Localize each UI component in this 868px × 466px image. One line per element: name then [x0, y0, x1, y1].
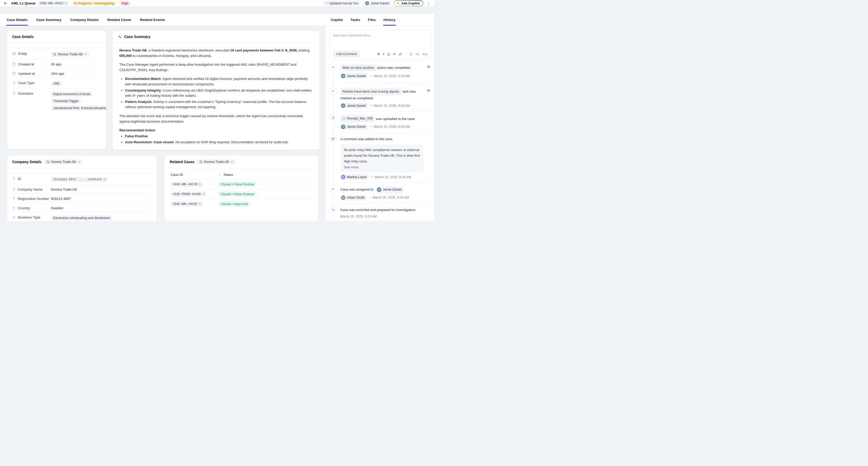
kebab-menu-icon[interactable] [426, 2, 431, 5]
numbered-list-icon[interactable]: 12 [416, 53, 419, 56]
field-scenarios: Scenarios Rapid movement of funds Thresh… [12, 88, 101, 113]
history-item-action-completed: Mark as false positiveaction was complet… [330, 64, 431, 87]
status-badge: In Progress • Investigating [71, 1, 117, 6]
app-header: AML L1 Queue CASE-AML-44321 In Progress … [0, 0, 434, 7]
building-icon [199, 160, 203, 164]
toolbar-divider [405, 52, 406, 56]
tab-history[interactable]: History [383, 14, 396, 26]
list-icon [12, 215, 16, 219]
ask-copilot-button[interactable]: Ask Copilot [394, 0, 423, 6]
table-row[interactable]: CASE-AML-44195 Closed • Approved [171, 199, 312, 209]
entity-pill[interactable]: Novera Trade AB [44, 159, 83, 165]
copy-icon[interactable] [103, 178, 106, 181]
tab-case-details[interactable]: Case Details [6, 14, 28, 26]
finding-item: Pattern Analysis: Activity is consistent… [125, 99, 313, 110]
timestamp: March 15, 2025, 9:25 AM [340, 215, 377, 218]
person-icon [330, 186, 337, 193]
case-id-badge[interactable]: CASE-AML-44321 [38, 1, 69, 5]
field-business-type: Business Type Electronics wholesaling an… [12, 212, 151, 221]
sparkles-icon [330, 206, 337, 213]
case-id-pill[interactable]: CASE-AML-44178 [171, 182, 203, 187]
text-icon [12, 177, 16, 180]
entity-pill[interactable]: Novera Trade AB [51, 52, 89, 57]
table-header-row: Case ID Status [171, 170, 312, 179]
link-icon[interactable] [399, 53, 402, 56]
underline-icon[interactable]: U [388, 52, 390, 56]
svg-text:2: 2 [416, 54, 417, 55]
comment-input[interactable] [333, 33, 428, 44]
case-id-pill[interactable]: CASE-AML-44195 [171, 201, 203, 207]
col-status: Status [223, 173, 233, 177]
field-created-at: Created at 2h ago [12, 59, 101, 68]
header-gap-band [0, 7, 434, 14]
tab-tasks[interactable]: Tasks [350, 14, 361, 26]
bullet-list-icon[interactable] [409, 53, 412, 56]
tab-copilot[interactable]: Copilot [330, 14, 343, 26]
task-pill[interactable]: Review fraud alerts and scoring signals [340, 88, 401, 95]
tab-related-events[interactable]: Related Events [140, 14, 165, 26]
sparkle-icon [397, 2, 400, 5]
text-icon [12, 197, 16, 200]
company-details-card: Company Details Novera Trade AB ID [7, 155, 157, 221]
copy-icon[interactable] [65, 2, 67, 5]
status-pill: Closed • Approved [218, 201, 250, 207]
history-timeline: Mark as false positiveaction was complet… [330, 64, 431, 221]
tab-related-cases[interactable]: Related Cases [107, 14, 131, 26]
finding-item: Counterparty Integrity: Cross-referencin… [125, 88, 313, 98]
table-row[interactable]: CASE-AML-44178 Closed • False Positive [171, 179, 312, 189]
copy-icon[interactable] [199, 183, 201, 185]
company-name-value: Novera Trade AB [51, 187, 151, 192]
case-summary-body: Novera Trade AB, a Swedish-registered el… [113, 43, 319, 150]
text-icon [12, 206, 16, 210]
chevron-down-icon[interactable] [384, 82, 387, 85]
recommendation-item: Auto-Resolution: Case closed. No escalat… [125, 140, 313, 145]
related-cases-header: Related Cases Novera Trade AB [164, 155, 318, 168]
italic-icon[interactable]: I [383, 52, 384, 56]
case-id-pill[interactable]: CASE-FRAUD-44190 [171, 192, 207, 197]
sparkles-icon [118, 35, 122, 39]
tab-files[interactable]: Files [367, 14, 376, 26]
country-value: Sweden [51, 205, 151, 210]
copy-icon[interactable] [202, 193, 205, 195]
cube-icon [12, 52, 16, 56]
history-item-comment-added: A comment was added to the case. No prio… [330, 136, 431, 186]
file-pill[interactable]: Receipt_Mar_009 [340, 115, 375, 122]
back-icon[interactable] [4, 1, 7, 5]
timestamp: March 15, 2025, 9:26 AM [371, 175, 411, 179]
check-icon [330, 64, 337, 70]
recommended-action-title: Recommended Action [119, 128, 313, 133]
comment-icon [330, 136, 337, 143]
add-comment-button[interactable]: Add Comment [333, 51, 360, 57]
action-pill[interactable]: Mark as false positive [340, 64, 376, 71]
tab-case-summary[interactable]: Case Summary [36, 14, 62, 26]
field-case-type: Case Type AML [12, 78, 101, 88]
page-title: AML L1 Queue [11, 1, 35, 5]
eye-icon[interactable] [427, 65, 430, 68]
current-user-pill[interactable]: JD Jamie Daniel [363, 1, 391, 6]
tab-company-details[interactable]: Company Details [70, 14, 99, 26]
entity-pill[interactable]: Novera Trade AB [197, 159, 235, 165]
content-area: Case Details Case Summary Company Detail… [0, 14, 434, 221]
updated-value: 15m ago [51, 71, 101, 76]
text-icon [12, 188, 16, 191]
svg-text:1: 1 [416, 53, 417, 54]
table-row[interactable]: CASE-FRAUD-44190 Closed • False Positive [171, 189, 312, 199]
see-more-link[interactable]: See more [344, 165, 359, 170]
key-findings-list: Documentation Match: Agent retrieved and… [125, 76, 313, 110]
strikethrough-icon[interactable]: S [394, 52, 395, 56]
code-icon[interactable]: </> [423, 53, 428, 56]
eye-icon[interactable] [427, 89, 430, 92]
history-item-task-completed: Review fraud alerts and scoring signalst… [330, 87, 431, 114]
building-icon [46, 160, 50, 164]
col-case-id: Case ID [171, 173, 218, 177]
list-icon [12, 91, 16, 95]
recommendation-list: False Positive Auto-Resolution: Case clo… [125, 134, 313, 145]
external-link-icon [78, 161, 80, 163]
field-country: Country Sweden [12, 203, 151, 212]
copy-icon[interactable] [199, 203, 201, 205]
company-id-pill[interactable]: 7ac2e2e1-19f1- ... -nt24tech [51, 177, 108, 182]
registration-number-value: 559123-4567 [51, 196, 151, 201]
bold-icon[interactable]: B [377, 52, 380, 56]
calendar-icon [12, 62, 16, 66]
updated-text: Updated now by You [330, 2, 358, 5]
